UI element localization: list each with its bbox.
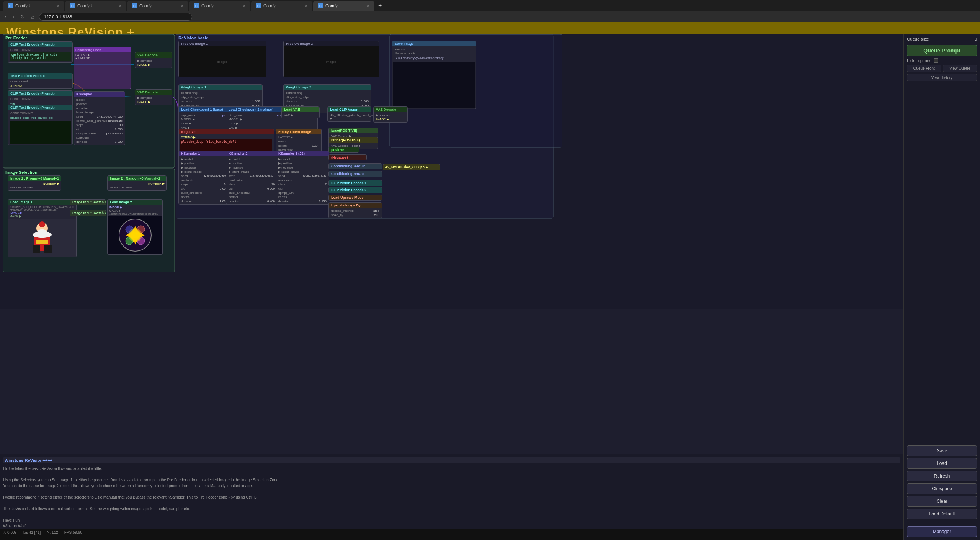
load-default-button[interactable]: Load Default bbox=[907, 509, 977, 519]
svg-rect-6 bbox=[33, 245, 40, 253]
node-load-vae-body: VAE ▶ bbox=[282, 112, 319, 118]
node-negative-small[interactable]: (Negative) bbox=[328, 154, 367, 160]
node-vae-decode-2[interactable]: VAE Decode ▶ samples IMAGE ▶ bbox=[135, 52, 172, 68]
node-load-clip-vision[interactable]: Load CLIP Vision dib_diffusion_pytorch_m… bbox=[327, 106, 371, 122]
bottom-area: Winstons ReVision++++ Hi Joe takes the b… bbox=[0, 454, 903, 529]
node-ksampler-2[interactable]: KSampler 2 ▶ model ▶ positive ▶ negative… bbox=[226, 151, 278, 205]
node-clip-text-1-header: CLIP Text Encode (Prompt) bbox=[8, 43, 72, 47]
extra-options-row: Extra options bbox=[907, 58, 977, 63]
status-values: fps 41 [41] bbox=[23, 530, 41, 538]
node-clip-text-1-body: CONDITIONING cartoon drawing of a cute f… bbox=[8, 47, 72, 62]
node-clip-vision-encode-2[interactable]: CLIP Vision Encode 2 bbox=[328, 187, 382, 193]
node-ksampler-3[interactable]: KSampler 3 (JS) ▶ model ▶ positive ▶ neg… bbox=[276, 151, 329, 205]
node-image-2-selector[interactable]: Image 2 : Random=0 Manual=1 NUMBER ▶ ran… bbox=[107, 175, 167, 191]
manager-button[interactable]: Manager bbox=[907, 526, 977, 537]
node-negative-input[interactable]: placebo_deep-fried_barbie_doll bbox=[180, 139, 272, 151]
node-preview-image-2[interactable]: Preview Image 2 images bbox=[283, 43, 379, 77]
node-load-vae-header: Load VAE bbox=[282, 107, 319, 112]
node-save-image-preview bbox=[393, 62, 475, 108]
node-image-input-switch-2[interactable]: Image Input Switch 2 bbox=[70, 210, 106, 216]
node-clip-text-3-header: CLIP Text Encode (Prompt) bbox=[8, 105, 72, 110]
node-upscale-image-by[interactable]: Upscale Image By upscale_methodarea scal… bbox=[328, 202, 382, 218]
log-title: Winstons ReVision++++ bbox=[3, 457, 900, 463]
tab-2[interactable]: C ComfyUI ✕ bbox=[65, 1, 126, 11]
clipspace-button[interactable]: Clipspace bbox=[907, 483, 977, 494]
node-load-upscale-model[interactable]: Load Upscale Model bbox=[328, 195, 382, 201]
queue-front-button[interactable]: Queue Front bbox=[907, 65, 941, 72]
tab-3-label: ComfyUI bbox=[139, 3, 156, 8]
node-image-2-selector-body: NUMBER ▶ random_number bbox=[108, 181, 166, 190]
back-button[interactable]: ‹ bbox=[3, 13, 8, 21]
log-line-11: Winston Wolf bbox=[3, 523, 900, 529]
tab-1[interactable]: C ComfyUI ✕ bbox=[3, 1, 64, 11]
node-weight-image-1[interactable]: Weight Image 1 conditioning clip_vision_… bbox=[178, 84, 263, 109]
tab-4-close[interactable]: ✕ bbox=[243, 4, 246, 8]
node-vae-decode-3-header: VAE Decode bbox=[374, 107, 407, 112]
view-history-button[interactable]: View History bbox=[907, 74, 977, 81]
tab-5-close[interactable]: ✕ bbox=[305, 4, 308, 8]
load-button[interactable]: Load bbox=[907, 458, 977, 469]
url-input[interactable] bbox=[39, 13, 192, 21]
node-clip-text-1[interactable]: CLIP Text Encode (Prompt) CONDITIONING c… bbox=[8, 43, 73, 63]
node-load-image-1[interactable]: Load Image 1 20330553_SDU_OOOO3514368715… bbox=[8, 199, 77, 257]
tab-3[interactable]: C ComfyUI ✕ bbox=[127, 1, 188, 11]
forward-button[interactable]: › bbox=[11, 13, 16, 21]
node-conditioning-denoise-2[interactable]: ConditioningDenOut bbox=[328, 171, 382, 177]
log-line-7 bbox=[3, 500, 900, 506]
node-text-random[interactable]: Text Random Prompt search_seed STRING bbox=[8, 73, 73, 89]
refresh-nav-button[interactable]: ↻ bbox=[19, 13, 26, 21]
node-clip-text-2-header: CLIP Text Encode (Prompt) bbox=[8, 91, 72, 96]
node-vae-decode-1[interactable]: VAE Decode ▶ samples IMAGE ▶ bbox=[135, 89, 172, 105]
node-load-image-2-preview bbox=[108, 216, 162, 254]
node-empty-latent-body: LATENT ▶ width height1024 batch_size bbox=[276, 134, 321, 153]
home-button[interactable]: ⌂ bbox=[29, 13, 36, 21]
tab-6-close[interactable]: ✕ bbox=[367, 4, 370, 8]
node-ksampler-main-body: model positive negative latent_image see… bbox=[74, 97, 125, 145]
status-fps: FPS:59.98 bbox=[64, 530, 82, 538]
node-ksampler-1-body: ▶ model ▶ positive ▶ negative ▶ latent_i… bbox=[179, 156, 230, 204]
node-image-1-selector[interactable]: Image 1 : Prompt=0 Manual=1 NUMBER ▶ ran… bbox=[8, 175, 61, 191]
node-clip-vision-encode-2-header: CLIP Vision Encode 2 bbox=[329, 187, 382, 193]
node-canvas[interactable]: Pre Feeder ReVision basic Image Selectio… bbox=[0, 43, 903, 309]
node-save-image[interactable]: Save Image images filename_prefix SDXLf%… bbox=[392, 43, 476, 109]
santa-icon bbox=[27, 221, 57, 255]
tab-1-close[interactable]: ✕ bbox=[57, 4, 60, 8]
tab-4[interactable]: C ComfyUI ✕ bbox=[189, 1, 250, 11]
svg-point-18 bbox=[129, 229, 141, 241]
tab-2-close[interactable]: ✕ bbox=[119, 4, 122, 8]
tab-6[interactable]: C ComfyUI ✕ bbox=[313, 1, 374, 11]
view-queue-button[interactable]: View Queue bbox=[943, 65, 977, 72]
node-ksampler-main[interactable]: KSampler model positive negative latent_… bbox=[74, 91, 125, 145]
log-line-8: The ReVision Part follows a normal sort … bbox=[3, 506, 900, 512]
node-vae-decode-3[interactable]: VAE Decode ▶ samples IMAGE ▶ bbox=[373, 106, 408, 123]
clear-button[interactable]: Clear bbox=[907, 496, 977, 507]
new-tab-button[interactable]: + bbox=[375, 2, 385, 9]
log-line-10: Have Fun bbox=[3, 517, 900, 523]
log-line-4: You can do the same for Image 2 except t… bbox=[3, 483, 900, 489]
tab-3-close[interactable]: ✕ bbox=[181, 4, 184, 8]
node-load-vae[interactable]: Load VAE VAE ▶ bbox=[281, 106, 320, 118]
node-text-random-field-1: search_seed bbox=[10, 80, 28, 83]
node-clip-text-3-body: CONDITIONING placebo_deep-fried_barbie_d… bbox=[8, 110, 72, 145]
node-positive-small[interactable]: positive bbox=[328, 147, 359, 153]
node-clip-text-1-input[interactable]: cartoon drawing of a cute fluffy bunny r… bbox=[10, 52, 71, 61]
queue-prompt-button[interactable]: Queue Prompt bbox=[907, 45, 977, 56]
app-container: Winstons ReVision + bbox=[0, 22, 980, 540]
node-ksampler-1[interactable]: KSampler 1 ▶ model ▶ positive ▶ negative… bbox=[178, 151, 230, 205]
save-button[interactable]: Save bbox=[907, 445, 977, 456]
node-empty-latent[interactable]: Empty Latent Image LATENT ▶ width height… bbox=[276, 129, 322, 153]
node-upscale-model-name[interactable]: 4x_NMKD-Siax_200k.ph ▶ bbox=[383, 164, 440, 170]
node-conditioning-denoise-1[interactable]: ConditioningDenOut bbox=[328, 163, 382, 169]
extra-options-checkbox[interactable] bbox=[934, 58, 938, 63]
node-negative-header: Negative bbox=[179, 129, 274, 134]
node-preview-image-1[interactable]: Preview Image 1 images bbox=[178, 43, 266, 77]
node-image-input-switch-1-header: Image Input Switch 1 bbox=[70, 200, 106, 205]
tab-5[interactable]: C ComfyUI ✕ bbox=[251, 1, 312, 11]
node-clip-text-3[interactable]: CLIP Text Encode (Prompt) CONDITIONING p… bbox=[8, 105, 73, 145]
status-time: 7: 0.00s bbox=[3, 530, 17, 538]
node-base-positive-header: base(POSITIVE) bbox=[329, 128, 378, 133]
node-clip-vision-encode-1[interactable]: CLIP Vision Encode 1 bbox=[328, 180, 382, 186]
refresh-button[interactable]: Refresh bbox=[907, 471, 977, 481]
node-image-input-switch-1[interactable]: Image Input Switch 1 bbox=[70, 199, 106, 205]
node-load-image-2[interactable]: Load Image 2 IMAGE ▶ MASK ▶ ...safetenso… bbox=[107, 199, 163, 255]
